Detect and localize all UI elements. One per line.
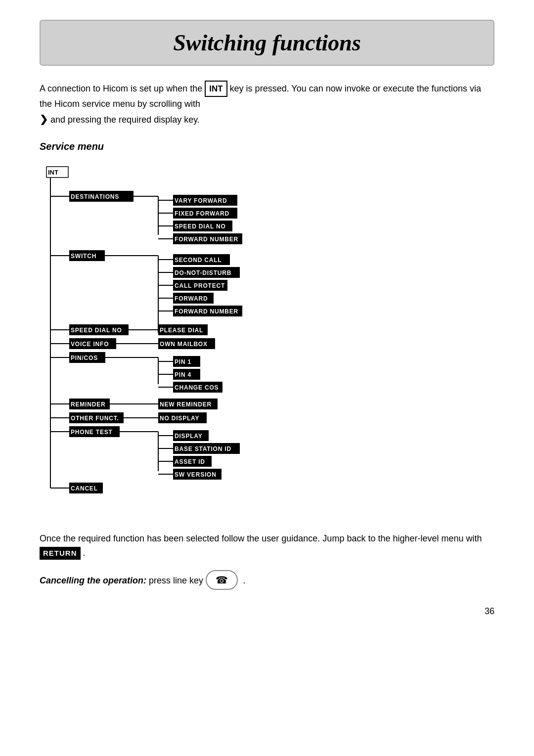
int-key-inline: INT	[205, 81, 227, 97]
svg-text:SECOND CALL: SECOND CALL	[175, 257, 222, 264]
svg-text:SPEED DIAL NO: SPEED DIAL NO	[71, 327, 122, 334]
cancel-paragraph: Cancelling the operation: press line key…	[40, 570, 494, 590]
svg-text:CHANGE COS: CHANGE COS	[175, 384, 219, 391]
svg-text:PIN 4: PIN 4	[175, 371, 191, 378]
footer-text1: Once the required function has been sele…	[40, 534, 482, 543]
svg-text:INT: INT	[48, 169, 58, 176]
page-number: 36	[40, 605, 494, 618]
service-menu-heading: Service menu	[40, 139, 494, 154]
svg-text:PLEASE DIAL: PLEASE DIAL	[160, 327, 203, 334]
page-title-box: Switching functions	[40, 20, 494, 66]
svg-text:SPEED DIAL NO: SPEED DIAL NO	[175, 223, 226, 230]
intro-text3: and pressing the required display key.	[50, 115, 200, 125]
return-key: RETURN	[40, 547, 81, 560]
footer-paragraph: Once the required function has been sele…	[40, 532, 494, 560]
svg-text:CALL PROTECT: CALL PROTECT	[175, 282, 225, 289]
svg-text:FORWARD NUMBER: FORWARD NUMBER	[175, 308, 238, 315]
svg-text:VARY FORWARD: VARY FORWARD	[175, 197, 227, 204]
svg-text:PIN 1: PIN 1	[175, 358, 191, 365]
svg-text:PIN/COS: PIN/COS	[71, 355, 98, 361]
svg-text:DO-NOT-DISTURB: DO-NOT-DISTURB	[175, 269, 231, 276]
svg-text:CANCEL: CANCEL	[71, 485, 98, 492]
svg-text:PHONE TEST: PHONE TEST	[71, 429, 113, 436]
svg-text:FIXED FORWARD: FIXED FORWARD	[175, 210, 229, 217]
svg-text:OWN MAILBOX: OWN MAILBOX	[160, 341, 208, 348]
cancel-text: press line key	[149, 576, 203, 585]
svg-text:DESTINATIONS: DESTINATIONS	[71, 193, 119, 200]
tree-svg: INT DESTINATIONS VARY FORWARD FIXED FORW…	[40, 162, 386, 518]
phone-icon-box: ☎	[206, 570, 238, 590]
svg-text:SW VERSION: SW VERSION	[175, 471, 217, 478]
arrow-symbol: ❯	[40, 114, 48, 125]
svg-text:SWITCH: SWITCH	[71, 253, 96, 260]
cancel-label: Cancelling the operation:	[40, 576, 146, 585]
svg-text:VOICE INFO: VOICE INFO	[71, 341, 109, 348]
svg-text:REMINDER: REMINDER	[71, 401, 105, 408]
svg-text:NEW REMINDER: NEW REMINDER	[160, 401, 212, 408]
intro-paragraph: A connection to Hicom is set up when the…	[40, 81, 494, 127]
footer-text2: .	[83, 548, 86, 558]
svg-text:FORWARD NUMBER: FORWARD NUMBER	[175, 236, 238, 243]
svg-text:DISPLAY: DISPLAY	[175, 433, 203, 440]
svg-text:BASE STATION ID: BASE STATION ID	[175, 445, 231, 452]
page-title: Switching functions	[50, 26, 484, 60]
svg-text:OTHER FUNCT.: OTHER FUNCT.	[71, 415, 119, 422]
svg-text:NO DISPLAY: NO DISPLAY	[160, 415, 199, 422]
menu-tree: INT DESTINATIONS VARY FORWARD FIXED FORW…	[40, 162, 494, 522]
phone-icon: ☎	[216, 572, 228, 588]
svg-text:ASSET ID: ASSET ID	[175, 458, 205, 465]
svg-text:FORWARD: FORWARD	[175, 295, 208, 302]
intro-text1: A connection to Hicom is set up when the	[40, 84, 202, 93]
